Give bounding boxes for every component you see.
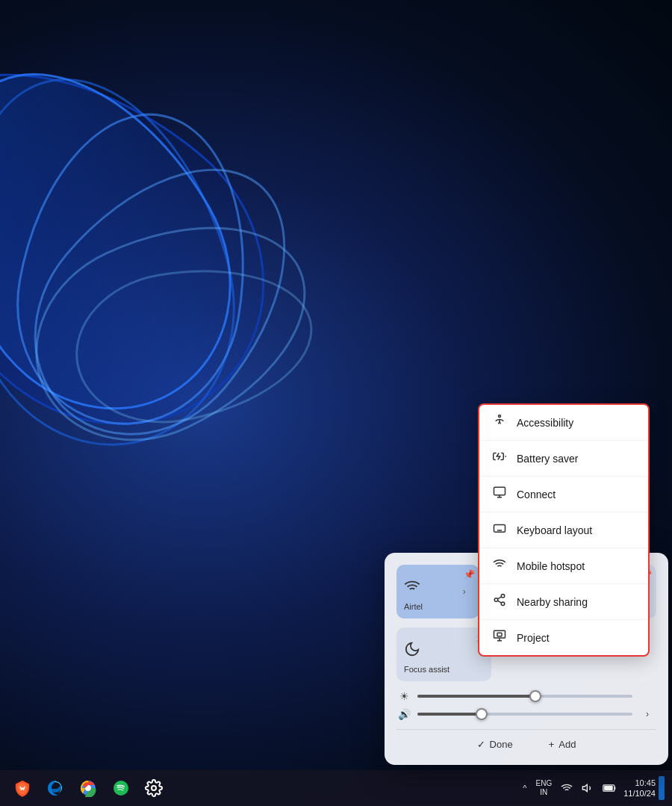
add-plus-icon: + bbox=[549, 739, 555, 750]
nearby-sharing-label: Nearby sharing bbox=[517, 596, 588, 608]
taskbar-apps bbox=[7, 773, 169, 803]
sliders-area: ☀ 🔊 › bbox=[396, 690, 656, 720]
brightness-slider-row: ☀ bbox=[396, 690, 656, 702]
tray-chevron[interactable]: ^ bbox=[520, 782, 529, 794]
chevron-up-icon: ^ bbox=[523, 784, 526, 793]
keyboard-layout-item[interactable]: Keyboard layout bbox=[479, 512, 648, 548]
project-item[interactable]: Project bbox=[479, 620, 648, 655]
svg-rect-6 bbox=[494, 525, 505, 533]
add-label: Add bbox=[559, 739, 576, 750]
wifi-icon bbox=[404, 578, 472, 599]
keyboard-layout-label: Keyboard layout bbox=[517, 524, 592, 536]
nearby-sharing-icon bbox=[491, 593, 508, 610]
svg-point-17 bbox=[113, 781, 128, 796]
svg-rect-13 bbox=[494, 630, 505, 638]
region-label: IN bbox=[540, 788, 547, 797]
volume-track[interactable] bbox=[417, 713, 632, 716]
wifi-tile[interactable]: 📌 › Airtel bbox=[396, 565, 479, 619]
svg-line-12 bbox=[497, 597, 501, 599]
svg-line-11 bbox=[497, 601, 501, 603]
wifi-pin-icon: 📌 bbox=[464, 569, 475, 580]
project-icon bbox=[491, 629, 508, 646]
accessibility-icon bbox=[491, 414, 508, 431]
connect-item[interactable]: Connect bbox=[479, 477, 648, 512]
language-label: ENG bbox=[536, 779, 553, 788]
chrome-icon[interactable] bbox=[73, 773, 103, 803]
svg-marker-20 bbox=[583, 784, 588, 791]
svg-rect-3 bbox=[494, 487, 505, 495]
system-clock[interactable]: 10:45 11/10/24 bbox=[623, 778, 656, 799]
battery-saver-label: Battery saver bbox=[517, 453, 578, 465]
connect-icon bbox=[491, 486, 508, 503]
clock-date: 11/10/24 bbox=[623, 788, 656, 799]
done-check-icon: ✓ bbox=[477, 739, 485, 750]
volume-tray-icon[interactable] bbox=[579, 781, 597, 796]
nearby-sharing-item[interactable]: Nearby sharing bbox=[479, 584, 648, 620]
svg-rect-14 bbox=[497, 633, 502, 636]
focus-assist-label: Focus assist bbox=[404, 665, 484, 674]
wifi-tray-icon[interactable] bbox=[558, 781, 576, 796]
volume-fill bbox=[417, 713, 482, 716]
notification-bar[interactable] bbox=[659, 776, 665, 800]
volume-slider-row: 🔊 › bbox=[396, 708, 656, 720]
project-label: Project bbox=[517, 632, 550, 644]
taskbar-right: ^ ENG IN bbox=[520, 776, 665, 800]
system-tray: ^ ENG IN bbox=[520, 776, 665, 800]
clock-time: 10:45 bbox=[623, 778, 656, 788]
accessibility-item[interactable]: Accessibility bbox=[479, 405, 648, 441]
bottom-actions: ✓ Done + Add bbox=[396, 729, 656, 753]
svg-point-1 bbox=[499, 415, 501, 418]
svg-point-18 bbox=[152, 786, 156, 790]
language-indicator[interactable]: ENG IN bbox=[533, 778, 556, 799]
wifi-label: Airtel bbox=[404, 602, 472, 611]
add-button[interactable]: + Add bbox=[543, 736, 582, 753]
brightness-fill bbox=[417, 695, 535, 698]
volume-right-arrow[interactable]: › bbox=[638, 709, 656, 719]
done-button[interactable]: ✓ Done bbox=[471, 736, 519, 753]
volume-icon: 🔊 bbox=[396, 708, 411, 720]
settings-icon[interactable] bbox=[139, 773, 169, 803]
taskbar: ^ ENG IN bbox=[0, 770, 672, 806]
battery-tray-icon[interactable] bbox=[600, 781, 620, 795]
brave-icon[interactable] bbox=[7, 773, 37, 803]
mobile-hotspot-icon bbox=[491, 557, 508, 574]
focus-assist-tile[interactable]: 📌 Focus assist bbox=[396, 627, 491, 681]
brightness-track[interactable] bbox=[417, 695, 632, 698]
volume-thumb[interactable] bbox=[476, 708, 488, 720]
svg-point-9 bbox=[494, 598, 498, 602]
focus-icon bbox=[404, 641, 484, 662]
battery-saver-icon bbox=[491, 450, 508, 467]
svg-point-10 bbox=[501, 602, 505, 606]
svg-point-8 bbox=[501, 595, 505, 598]
done-label: Done bbox=[490, 739, 513, 750]
edge-icon[interactable] bbox=[40, 773, 70, 803]
brightness-icon: ☀ bbox=[396, 690, 411, 702]
mobile-hotspot-label: Mobile hotspot bbox=[517, 560, 585, 572]
accessibility-label: Accessibility bbox=[517, 417, 573, 429]
svg-rect-22 bbox=[604, 786, 613, 790]
battery-saver-item[interactable]: Battery saver bbox=[479, 441, 648, 477]
dropdown-menu: Accessibility Battery saver Connect bbox=[478, 403, 650, 657]
spotify-icon[interactable] bbox=[106, 773, 136, 803]
keyboard-layout-icon bbox=[491, 521, 508, 539]
mobile-hotspot-item[interactable]: Mobile hotspot bbox=[479, 548, 648, 584]
brightness-thumb[interactable] bbox=[529, 690, 541, 702]
wifi-arrow-icon: › bbox=[463, 586, 466, 597]
connect-label: Connect bbox=[517, 489, 556, 500]
